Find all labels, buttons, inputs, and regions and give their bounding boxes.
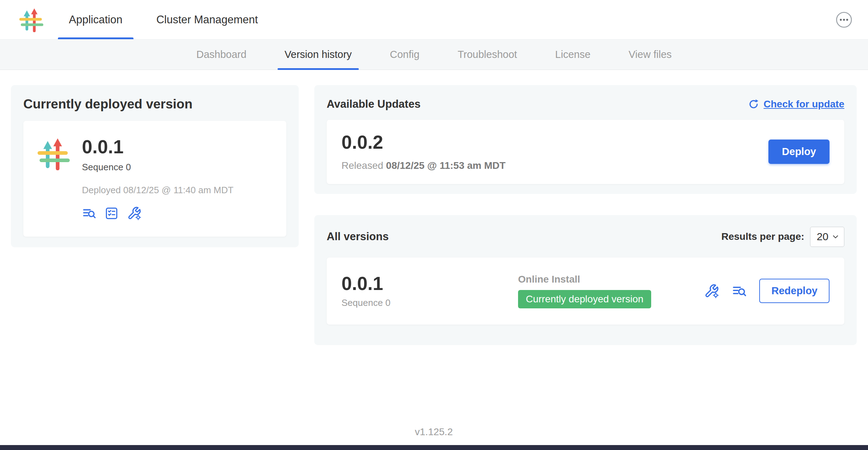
- update-info: 0.0.2 Released 08/12/25 @ 11:53 am MDT: [341, 132, 506, 171]
- results-per-page-select[interactable]: 20: [810, 227, 844, 247]
- diff-icon: [82, 206, 96, 220]
- deployed-version-card: 0.0.1 Sequence 0 Deployed 08/12/25 @ 11:…: [23, 121, 286, 237]
- version-history-columns: Currently deployed version 0.0.1 Sequenc…: [11, 85, 857, 345]
- preflight-checklist-icon: [105, 206, 119, 220]
- currently-deployed-card: Currently deployed version 0.0.1 Sequenc…: [11, 85, 299, 247]
- subnav-tab-config[interactable]: Config: [383, 40, 427, 70]
- update-version-number: 0.0.2: [341, 132, 506, 152]
- results-per-page: Results per page: 20: [721, 227, 844, 247]
- subnav-tab-troubleshoot[interactable]: Troubleshoot: [451, 40, 524, 70]
- check-for-update-link[interactable]: Check for update: [748, 99, 844, 110]
- footer: v1.125.2: [11, 426, 857, 438]
- app-icon: [37, 137, 70, 170]
- install-type-label: Online Install: [518, 274, 704, 285]
- deployed-timestamp: Deployed 08/12/25 @ 11:40 am MDT: [82, 185, 233, 196]
- all-versions-header: All versions Results per page: 20: [327, 227, 844, 247]
- deployed-version-info: 0.0.1 Sequence 0 Deployed 08/12/25 @ 11:…: [82, 137, 233, 220]
- version-row-actions: Redeploy: [704, 279, 830, 303]
- version-row-status: Online Install Currently deployed versio…: [518, 274, 704, 308]
- top-tabs: Application Cluster Management: [58, 0, 281, 39]
- app-subnav: Dashboard Version history Config Trouble…: [0, 39, 868, 70]
- deploy-button[interactable]: Deploy: [768, 140, 830, 164]
- row-sequence: Sequence 0: [341, 297, 518, 308]
- config-wrench-icon: [127, 206, 141, 220]
- diff-icon: [732, 284, 747, 298]
- tab-cluster-management[interactable]: Cluster Management: [145, 0, 269, 39]
- more-options-icon: [836, 11, 852, 28]
- deployed-timestamp-prefix: Deployed: [82, 185, 123, 195]
- subnav-tab-view-files[interactable]: View files: [622, 40, 679, 70]
- top-navbar: Application Cluster Management: [0, 0, 868, 39]
- all-versions-title: All versions: [327, 230, 389, 243]
- more-options-button[interactable]: [836, 11, 852, 28]
- chevron-down-icon: [831, 232, 840, 241]
- available-updates-header: Available Updates Check for update: [327, 98, 844, 111]
- right-column: Available Updates Check for update 0.0.2…: [314, 85, 857, 345]
- redeploy-button[interactable]: Redeploy: [759, 279, 830, 303]
- preflight-checks-button[interactable]: [105, 206, 119, 220]
- subnav-tab-version-history[interactable]: Version history: [278, 40, 359, 70]
- deployed-actions: [82, 206, 233, 220]
- all-versions-card: All versions Results per page: 20 0.0: [314, 215, 857, 345]
- results-per-page-label: Results per page:: [721, 231, 804, 242]
- subnav-tab-license[interactable]: License: [548, 40, 598, 70]
- available-updates-card: Available Updates Check for update 0.0.2…: [314, 85, 857, 194]
- currently-deployed-badge: Currently deployed version: [518, 290, 651, 308]
- deployed-card-title: Currently deployed version: [23, 97, 286, 112]
- deployed-version-number: 0.0.1: [82, 137, 233, 157]
- console-version: v1.125.2: [415, 426, 453, 437]
- app-logo: [19, 7, 43, 32]
- deployed-timestamp-value: 08/12/25 @ 11:40 am MDT: [123, 185, 233, 195]
- released-prefix: Released: [341, 160, 386, 171]
- tab-application[interactable]: Application: [58, 0, 133, 39]
- results-per-page-value: 20: [817, 231, 828, 243]
- row-edit-config-button[interactable]: [704, 284, 719, 298]
- config-wrench-icon: [704, 284, 719, 298]
- deployed-sequence: Sequence 0: [82, 162, 233, 173]
- bottom-bar: [0, 445, 868, 450]
- available-updates-title: Available Updates: [327, 98, 421, 111]
- row-version-number: 0.0.1: [341, 274, 518, 294]
- subnav-tab-dashboard[interactable]: Dashboard: [189, 40, 254, 70]
- released-value: 08/12/25 @ 11:53 am MDT: [386, 160, 506, 171]
- version-row: 0.0.1 Sequence 0 Online Install Currentl…: [327, 257, 844, 325]
- check-for-update-label: Check for update: [763, 99, 844, 110]
- version-row-info: 0.0.1 Sequence 0: [341, 274, 518, 309]
- row-view-diff-button[interactable]: [732, 284, 747, 298]
- edit-config-button[interactable]: [127, 206, 141, 220]
- main-content: Currently deployed version 0.0.1 Sequenc…: [0, 70, 868, 438]
- available-update-row: 0.0.2 Released 08/12/25 @ 11:53 am MDT D…: [327, 120, 844, 184]
- view-diff-button[interactable]: [82, 206, 96, 220]
- refresh-icon: [748, 99, 759, 110]
- update-released-timestamp: Released 08/12/25 @ 11:53 am MDT: [341, 160, 506, 171]
